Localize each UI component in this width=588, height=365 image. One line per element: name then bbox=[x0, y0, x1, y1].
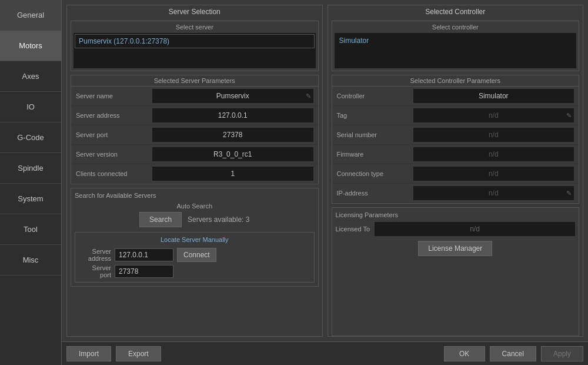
license-manager-row: License Manager bbox=[336, 241, 576, 256]
param-label-server-port: Server port bbox=[76, 131, 152, 138]
cancel-button[interactable]: Cancel bbox=[490, 346, 536, 361]
licensed-to-label: Licensed To bbox=[336, 225, 370, 233]
controller-params-section: Selected Controller Parameters Controlle… bbox=[332, 75, 580, 204]
param-row-firmware: Firmware n/d bbox=[332, 145, 579, 164]
connect-button[interactable]: Connect bbox=[177, 248, 216, 262]
search-section-title: Search for Available Servers bbox=[75, 192, 315, 199]
locate-address-row: Server address Connect bbox=[79, 248, 310, 262]
select-controller-box: Select controller Simulator bbox=[332, 21, 580, 71]
licensed-to-value: n/d bbox=[375, 222, 575, 236]
sidebar-item-axes[interactable]: Axes bbox=[0, 61, 61, 92]
param-label-connection-type: Connection type bbox=[337, 170, 413, 177]
param-label-server-version: Server version bbox=[76, 151, 152, 158]
server-port-label2: port bbox=[79, 271, 111, 278]
param-row-serial: Serial number n/d bbox=[332, 125, 579, 145]
param-value-ip-address: n/d ✎ bbox=[413, 186, 574, 200]
server-address-label2: address bbox=[79, 255, 111, 262]
param-label-server-name: Server name bbox=[76, 92, 152, 99]
controller-list[interactable]: Simulator bbox=[335, 33, 577, 68]
auto-search-row: Search Servers available: 3 bbox=[139, 212, 249, 227]
licensing-section: Licensing Parameters Licensed To n/d Lic… bbox=[332, 207, 580, 336]
left-panel-title: Server Selection bbox=[67, 5, 322, 17]
sidebar: General Motors Axes IO G-Code Spindle Sy… bbox=[0, 0, 62, 365]
auto-search-label: Auto Search bbox=[176, 203, 212, 210]
param-row-connection-type: Connection type n/d bbox=[332, 164, 579, 184]
param-label-firmware: Firmware bbox=[337, 151, 413, 158]
param-value-server-name: Pumservix ✎ bbox=[152, 89, 313, 103]
server-address-input[interactable] bbox=[115, 248, 173, 261]
param-row-clients-connected: Clients connected 1 bbox=[71, 164, 318, 184]
sidebar-item-general[interactable]: General bbox=[0, 0, 61, 31]
licensed-to-row: Licensed To n/d bbox=[336, 222, 576, 236]
locate-manually-title: Locate Server Manually bbox=[79, 236, 310, 243]
locate-port-row: Server port bbox=[79, 264, 310, 278]
param-row-server-version: Server version R3_0_0_rc1 bbox=[71, 145, 318, 164]
param-value-firmware: n/d bbox=[413, 147, 574, 161]
controller-params-title: Selected Controller Parameters bbox=[332, 75, 579, 87]
server-selection-panel: Server Selection Select server Pumservix… bbox=[66, 5, 323, 337]
sidebar-item-tool[interactable]: Tool bbox=[0, 214, 61, 245]
param-label-serial: Serial number bbox=[337, 131, 413, 138]
select-server-label: Select server bbox=[74, 24, 316, 31]
param-label-controller: Controller bbox=[337, 92, 413, 99]
param-label-clients-connected: Clients connected bbox=[76, 170, 152, 177]
servers-available-text: Servers available: 3 bbox=[188, 215, 249, 224]
param-value-connection-type: n/d bbox=[413, 167, 574, 181]
param-row-ip-address: IP-address n/d ✎ bbox=[332, 184, 579, 203]
controller-selection-panel: Selected Controller Select controller Si… bbox=[328, 5, 584, 337]
right-panel-title: Selected Controller bbox=[328, 5, 583, 17]
select-server-box: Select server Pumservix (127.0.0.1:27378… bbox=[71, 21, 319, 71]
param-row-server-name: Server name Pumservix ✎ bbox=[71, 87, 318, 106]
param-row-server-address: Server address 127.0.0.1 bbox=[71, 106, 318, 125]
controller-list-item[interactable]: Simulator bbox=[336, 34, 576, 47]
license-manager-button[interactable]: License Manager bbox=[418, 241, 492, 256]
param-value-controller: Simulator bbox=[413, 89, 574, 103]
auto-search: Auto Search Search Servers available: 3 bbox=[75, 203, 315, 227]
edit-server-name-icon[interactable]: ✎ bbox=[306, 92, 311, 100]
export-button[interactable]: Export bbox=[116, 346, 161, 361]
server-params-section: Selected Server Parameters Server name P… bbox=[71, 75, 319, 184]
param-value-serial: n/d bbox=[413, 128, 574, 142]
select-controller-label: Select controller bbox=[335, 24, 577, 31]
sidebar-item-spindle[interactable]: Spindle bbox=[0, 153, 61, 184]
param-row-controller: Controller Simulator bbox=[332, 87, 579, 106]
param-value-clients-connected: 1 bbox=[152, 167, 313, 181]
search-section: Search for Available Servers Auto Search… bbox=[71, 188, 319, 287]
param-label-tag: Tag bbox=[337, 112, 413, 119]
server-port-input[interactable] bbox=[115, 265, 173, 278]
edit-ip-icon[interactable]: ✎ bbox=[566, 190, 572, 197]
search-button[interactable]: Search bbox=[139, 212, 182, 227]
import-button[interactable]: Import bbox=[66, 346, 111, 361]
locate-manually: Locate Server Manually Server address Co… bbox=[75, 232, 315, 283]
sidebar-item-motors[interactable]: Motors bbox=[0, 31, 61, 61]
server-params-title: Selected Server Parameters bbox=[71, 75, 318, 87]
server-list-item[interactable]: Pumservix (127.0.0.1:27378) bbox=[75, 34, 315, 48]
server-list[interactable]: Pumservix (127.0.0.1:27378) bbox=[74, 33, 316, 68]
server-address-label: Server bbox=[79, 248, 111, 255]
ok-button[interactable]: OK bbox=[444, 346, 485, 361]
footer-right: OK Cancel Apply bbox=[444, 346, 583, 361]
sidebar-item-gcode[interactable]: G-Code bbox=[0, 122, 61, 153]
param-value-tag: n/d ✎ bbox=[413, 108, 574, 122]
sidebar-item-io[interactable]: IO bbox=[0, 92, 61, 122]
param-row-server-port: Server port 27378 bbox=[71, 125, 318, 145]
licensing-title: Licensing Parameters bbox=[336, 211, 576, 218]
footer: Import Export OK Cancel Apply bbox=[62, 341, 588, 365]
main-content: Server Selection Select server Pumservix… bbox=[62, 0, 588, 365]
server-port-label: Server bbox=[79, 264, 111, 271]
edit-tag-icon[interactable]: ✎ bbox=[566, 112, 572, 120]
param-row-tag: Tag n/d ✎ bbox=[332, 106, 579, 125]
sidebar-item-system[interactable]: System bbox=[0, 184, 61, 214]
apply-button[interactable]: Apply bbox=[541, 346, 583, 361]
param-value-server-address: 127.0.0.1 bbox=[152, 108, 313, 122]
sidebar-item-misc[interactable]: Misc bbox=[0, 245, 61, 276]
param-value-server-port: 27378 bbox=[152, 128, 313, 142]
param-label-ip-address: IP-address bbox=[337, 190, 413, 197]
param-label-server-address: Server address bbox=[76, 112, 152, 119]
param-value-server-version: R3_0_0_rc1 bbox=[152, 147, 313, 161]
